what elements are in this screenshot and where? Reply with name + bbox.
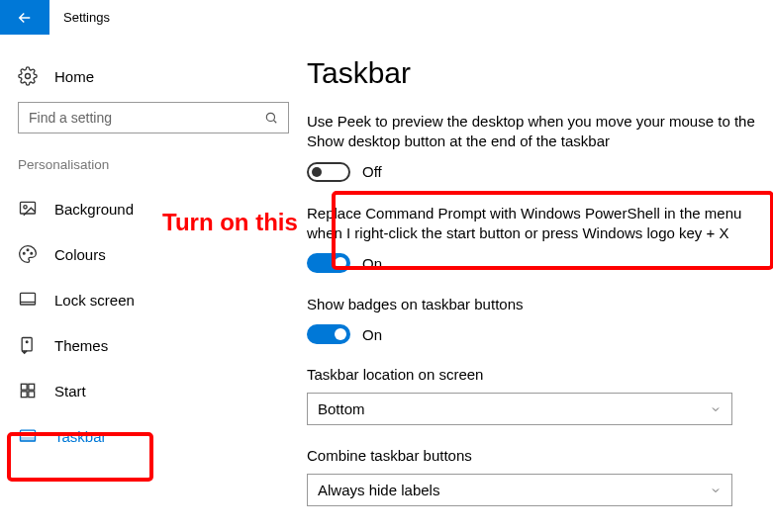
main-panel: Taskbar Use Peek to preview the desktop … [307, 35, 773, 532]
svg-rect-7 [21, 293, 36, 305]
dropdown-combine[interactable]: Always hide labels [307, 474, 732, 506]
sidebar-item-themes[interactable]: Themes [18, 322, 289, 368]
svg-rect-11 [29, 384, 35, 390]
setting-peek: Use Peek to preview the desktop when you… [307, 112, 773, 182]
svg-rect-15 [21, 438, 36, 441]
sidebar-item-taskbar[interactable]: Taskbar [18, 413, 289, 459]
toggle-state: Off [362, 163, 382, 180]
sidebar-item-label: Start [54, 383, 86, 399]
home-label: Home [54, 68, 94, 85]
start-icon [18, 381, 38, 400]
setting-desc: Show badges on taskbar buttons [307, 295, 773, 314]
setting-location: Taskbar location on screen Bottom [307, 366, 773, 425]
field-label: Taskbar location on screen [307, 366, 773, 383]
sidebar-item-label: Themes [54, 337, 108, 354]
setting-powershell: Replace Command Prompt with Windows Powe… [307, 204, 773, 274]
dropdown-value: Bottom [318, 400, 365, 417]
search-input[interactable] [29, 110, 264, 126]
svg-point-6 [31, 252, 33, 254]
themes-icon [18, 335, 38, 355]
annotation-text: Turn on this [162, 209, 298, 236]
taskbar-icon [18, 426, 38, 446]
section-header: Personalisation [18, 157, 289, 172]
sidebar-item-lockscreen[interactable]: Lock screen [18, 277, 289, 322]
svg-rect-8 [22, 338, 32, 351]
palette-icon [18, 244, 38, 264]
toggle-badges[interactable] [307, 324, 350, 344]
svg-point-3 [24, 206, 27, 209]
svg-point-0 [26, 74, 31, 79]
toggle-powershell[interactable] [307, 253, 350, 273]
toggle-state: On [362, 326, 382, 343]
svg-point-4 [23, 252, 25, 254]
lockscreen-icon [18, 290, 38, 310]
search-icon [264, 111, 278, 125]
svg-rect-12 [21, 392, 27, 398]
field-label: Combine taskbar buttons [307, 447, 773, 464]
sidebar-item-label: Lock screen [54, 292, 135, 309]
titlebar: Settings [0, 0, 773, 35]
sidebar-item-label: Colours [54, 246, 106, 263]
gear-icon [18, 66, 38, 86]
dropdown-value: Always hide labels [318, 482, 439, 498]
svg-point-1 [266, 113, 274, 121]
setting-desc: Replace Command Prompt with Windows Powe… [307, 204, 773, 244]
back-button[interactable] [0, 0, 49, 35]
search-input-container[interactable] [18, 102, 289, 133]
toggle-peek[interactable] [307, 162, 350, 182]
chevron-down-icon [710, 403, 722, 415]
svg-point-5 [27, 249, 29, 251]
home-nav[interactable]: Home [18, 56, 289, 96]
sidebar-item-label: Background [54, 201, 134, 218]
setting-badges: Show badges on taskbar buttons On [307, 295, 773, 344]
sidebar-item-colours[interactable]: Colours [18, 231, 289, 277]
page-title: Taskbar [307, 56, 773, 90]
window-title: Settings [63, 10, 110, 25]
sidebar: Home Personalisation Background Colours … [0, 35, 307, 532]
setting-combine: Combine taskbar buttons Always hide labe… [307, 447, 773, 506]
arrow-left-icon [16, 9, 34, 27]
sidebar-item-start[interactable]: Start [18, 368, 289, 413]
svg-rect-10 [21, 384, 27, 390]
svg-rect-13 [29, 392, 35, 398]
chevron-down-icon [710, 485, 722, 496]
dropdown-location[interactable]: Bottom [307, 393, 732, 425]
image-icon [18, 199, 38, 219]
sidebar-item-label: Taskbar [54, 428, 107, 445]
svg-point-9 [26, 341, 28, 343]
setting-desc: Use Peek to preview the desktop when you… [307, 112, 773, 152]
toggle-state: On [362, 255, 382, 272]
